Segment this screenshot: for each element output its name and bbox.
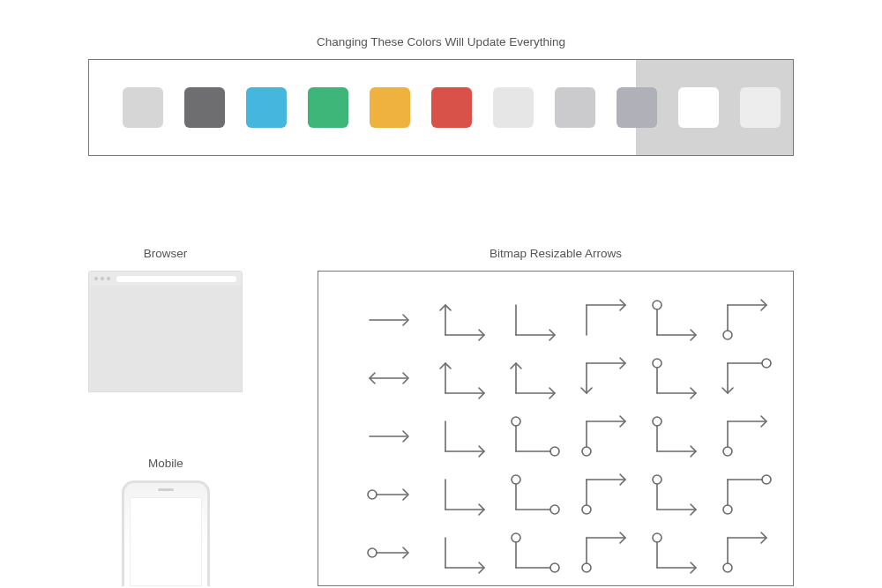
arrow-elbow-icon <box>509 300 562 340</box>
arrow-elbow-icon <box>650 532 703 573</box>
traffic-dot-icon <box>101 277 104 280</box>
arrow-elbow-icon <box>509 474 562 515</box>
arrow-elbow-icon <box>579 474 632 515</box>
arrow-straight-icon <box>359 358 421 398</box>
arrow-straight-icon <box>359 474 421 515</box>
arrow-straight-icon <box>359 416 421 457</box>
arrow-elbow-icon <box>579 358 632 398</box>
arrow-elbow-icon <box>509 416 562 457</box>
arrow-elbow-icon <box>509 358 562 398</box>
swatch-light-gray[interactable] <box>123 87 163 128</box>
svg-point-55 <box>653 475 662 484</box>
svg-point-9 <box>653 301 662 309</box>
swatch-off-white[interactable] <box>740 87 781 128</box>
arrow-elbow-icon <box>579 416 632 457</box>
svg-point-67 <box>512 533 520 542</box>
svg-point-35 <box>582 447 591 456</box>
arrows-box <box>318 271 794 586</box>
svg-point-48 <box>550 505 559 514</box>
browser-url-field <box>116 276 236 282</box>
svg-point-52 <box>582 505 591 514</box>
arrow-elbow-icon <box>721 358 774 398</box>
arrow-elbow-icon <box>438 416 491 457</box>
svg-point-41 <box>723 447 732 456</box>
svg-point-49 <box>512 475 520 484</box>
swatch-white[interactable] <box>678 87 719 128</box>
swatch-steel-gray[interactable] <box>617 87 657 128</box>
browser-chrome-bar <box>89 272 242 286</box>
svg-point-59 <box>723 505 732 514</box>
arrow-elbow-icon <box>438 300 491 340</box>
arrow-elbow-icon <box>438 474 491 515</box>
arrows-section: Bitmap Resizable Arrows <box>318 247 794 586</box>
swatch-dark-gray[interactable] <box>184 87 225 128</box>
color-palette-section: Changing These Colors Will Update Everyt… <box>88 35 794 156</box>
svg-point-12 <box>723 331 732 339</box>
arrow-straight-icon <box>359 532 421 573</box>
swatch-mid-gray[interactable] <box>555 87 595 128</box>
svg-point-31 <box>550 447 559 456</box>
traffic-dot-icon <box>94 277 98 280</box>
svg-point-61 <box>368 548 377 557</box>
swatch-yellow[interactable] <box>370 87 410 128</box>
arrow-elbow-icon <box>579 532 632 573</box>
arrow-elbow-icon <box>721 416 774 457</box>
arrow-elbow-icon <box>438 358 491 398</box>
arrow-elbow-icon <box>721 474 774 515</box>
arrows-title: Bitmap Resizable Arrows <box>318 247 794 260</box>
browser-frame <box>88 271 243 392</box>
mobile-screen <box>130 497 202 586</box>
arrow-elbow-icon <box>650 358 703 398</box>
svg-point-22 <box>653 359 662 368</box>
arrow-elbow-icon <box>579 300 632 340</box>
mobile-title: Mobile <box>118 457 213 470</box>
arrow-elbow-icon <box>650 300 703 340</box>
swatch-blue[interactable] <box>246 87 287 128</box>
swatch-lighter-gray[interactable] <box>493 87 534 128</box>
browser-title: Browser <box>88 247 243 260</box>
palette-title: Changing These Colors Will Update Everyt… <box>88 35 794 48</box>
arrow-elbow-icon <box>721 532 774 573</box>
svg-point-66 <box>550 563 559 572</box>
svg-point-32 <box>512 417 520 426</box>
mobile-speaker-icon <box>158 488 174 491</box>
mobile-frame <box>122 480 210 586</box>
svg-point-38 <box>653 417 662 426</box>
swatch-red[interactable] <box>431 87 472 128</box>
arrow-elbow-icon <box>509 532 562 573</box>
palette-box <box>88 59 794 156</box>
arrow-elbow-icon <box>438 532 491 573</box>
arrow-elbow-icon <box>721 300 774 340</box>
swatch-green[interactable] <box>308 87 348 128</box>
mobile-section: Mobile <box>118 457 213 586</box>
svg-point-76 <box>723 563 732 572</box>
browser-viewport <box>89 286 242 391</box>
svg-point-73 <box>653 533 662 542</box>
arrow-straight-icon <box>359 300 421 340</box>
svg-point-70 <box>582 563 591 572</box>
arrow-elbow-icon <box>650 416 703 457</box>
svg-point-43 <box>368 490 377 499</box>
arrow-elbow-icon <box>650 474 703 515</box>
svg-point-58 <box>762 475 771 484</box>
svg-point-25 <box>762 359 771 368</box>
traffic-dot-icon <box>107 277 110 280</box>
browser-section: Browser <box>88 247 243 392</box>
